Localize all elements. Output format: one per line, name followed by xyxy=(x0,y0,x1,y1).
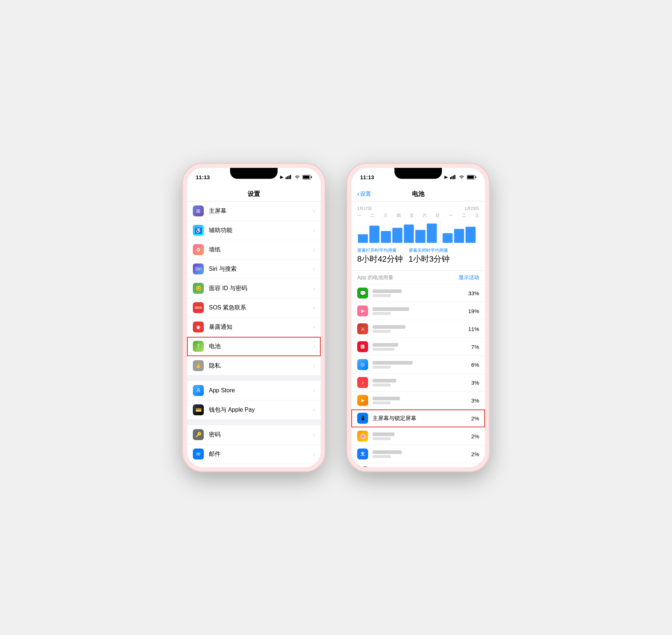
app-row-camera[interactable]: 📷 2% xyxy=(351,463,485,467)
settings-row-siri[interactable]: Siri Siri 与搜索 › xyxy=(187,259,321,279)
chevron-appstore: › xyxy=(313,388,315,393)
settings-row-battery[interactable]: 🔋 电池 › xyxy=(187,337,321,356)
alipay-sub xyxy=(373,455,391,458)
app-battery-section: App 的电池用量 显示活动 💬 33% ▶ xyxy=(351,271,485,467)
row-label-battery: 电池 xyxy=(209,343,313,350)
right-signal-icon xyxy=(450,175,457,179)
settings-row-privacy[interactable]: ✋ 隐私 › xyxy=(187,356,321,375)
svg-rect-22 xyxy=(443,233,453,243)
left-screen: 11:13 ▶ xyxy=(187,168,321,467)
wechat-sub xyxy=(373,294,391,297)
app-row-bilibili[interactable]: ▶ 19% xyxy=(351,302,485,320)
svg-rect-6 xyxy=(303,176,310,178)
settings-row-wallet[interactable]: 💳 钱包与 Apple Pay › xyxy=(187,400,321,419)
app-row-photos[interactable]: 🌸 2% xyxy=(351,427,485,445)
bilibili-icon: ▶ xyxy=(357,305,368,316)
row-label-password: 密码 xyxy=(209,431,313,439)
app-row-alipay[interactable]: 支 2% xyxy=(351,445,485,463)
row-label-home: 主屏幕 xyxy=(209,207,313,215)
chevron-wallet: › xyxy=(313,407,315,413)
svg-rect-1 xyxy=(287,176,288,179)
alipay-percent: 2% xyxy=(471,451,479,457)
svg-rect-8 xyxy=(451,176,453,179)
app-row-weibo[interactable]: 微 7% xyxy=(351,338,485,356)
music-name xyxy=(373,379,396,382)
alipay-info xyxy=(373,450,471,458)
app-battery-title: App 的电池用量 xyxy=(357,274,393,281)
back-chevron: ‹ xyxy=(357,190,359,197)
app-row-game[interactable]: ⚔ 11% xyxy=(351,320,485,338)
battery-nav-title: 电池 xyxy=(412,190,424,197)
svg-rect-10 xyxy=(454,175,455,179)
show-activity-button[interactable]: 显示活动 xyxy=(459,274,479,281)
back-label: 设置 xyxy=(360,190,371,197)
photos-sub xyxy=(373,437,391,440)
row-label-privacy: 隐私 xyxy=(209,362,313,370)
row-label-faceid: 面容 ID 与密码 xyxy=(209,285,313,292)
chevron-battery: › xyxy=(313,343,315,349)
app-row-wechat[interactable]: 💬 33% xyxy=(351,284,485,302)
day-1: 一 xyxy=(357,213,361,218)
settings-nav-title: 设置 xyxy=(248,190,260,197)
accessibility-icon: ♿ xyxy=(193,225,204,236)
game-icon: ⚔ xyxy=(357,323,368,334)
photos-icon: 🌸 xyxy=(357,431,368,442)
svg-rect-3 xyxy=(290,175,291,179)
chevron-accessibility: › xyxy=(313,227,315,233)
wallpaper-icon: ✿ xyxy=(193,244,204,255)
notch xyxy=(230,168,278,179)
day-7: 日 xyxy=(436,213,440,218)
appstore-icon: A xyxy=(193,385,204,396)
music-info xyxy=(373,379,471,386)
settings-row-exposure[interactable]: ◉ 暴露通知 › xyxy=(187,318,321,337)
alipay-name xyxy=(373,450,402,454)
app-row-safari[interactable]: ⊙ 6% xyxy=(351,356,485,374)
right-status-time: 11:13 xyxy=(360,174,374,180)
weibo-percent: 7% xyxy=(471,344,479,350)
settings-row-wallpaper[interactable]: ✿ 墙纸 › xyxy=(187,240,321,259)
settings-row-home[interactable]: ⊞ 主屏幕 › xyxy=(187,201,321,221)
app-row-music[interactable]: ♪ 3% xyxy=(351,374,485,392)
app-row-homescreen[interactable]: 📱 主屏幕与锁定屏幕 2% xyxy=(351,409,485,427)
wechat-name xyxy=(373,289,402,293)
row-label-wallet: 钱包与 Apple Pay xyxy=(209,406,313,414)
mail-icon: ✉ xyxy=(193,449,204,459)
right-phone: 11:13 ▶ xyxy=(347,163,489,472)
app-row-video[interactable]: ▶ 3% xyxy=(351,392,485,409)
svg-rect-16 xyxy=(381,231,391,243)
settings-group-2: A App Store › 💳 钱包与 Apple Pay › xyxy=(187,381,321,419)
video-name xyxy=(373,397,400,400)
safari-name xyxy=(373,361,413,365)
row-label-mail: 邮件 xyxy=(209,450,313,458)
day-4: 四 xyxy=(397,213,401,218)
day-2: 二 xyxy=(370,213,374,218)
status-time: 11:13 xyxy=(196,174,210,180)
right-battery-icon xyxy=(467,175,476,180)
settings-row-accessibility[interactable]: ♿ 辅助功能 › xyxy=(187,221,321,240)
right-status-icons: ▶ xyxy=(444,174,476,180)
settings-row-password[interactable]: 🔑 密码 › xyxy=(187,425,321,445)
right-location-icon: ▶ xyxy=(444,174,448,180)
battery-nav-bar: ‹ 设置 电池 xyxy=(351,186,485,201)
bilibili-name xyxy=(373,307,409,311)
svg-rect-19 xyxy=(415,230,425,243)
settings-row-appstore[interactable]: A App Store › xyxy=(187,381,321,400)
video-percent: 3% xyxy=(471,397,479,404)
date-start: 1月17日 xyxy=(357,206,372,211)
game-percent: 11% xyxy=(468,326,479,332)
settings-row-contacts[interactable]: 👤 通讯录 › xyxy=(187,464,321,467)
left-phone: 11:13 ▶ xyxy=(183,163,325,472)
svg-rect-15 xyxy=(369,226,379,243)
back-button[interactable]: ‹ 设置 xyxy=(357,190,371,197)
settings-nav-bar: 设置 xyxy=(187,186,321,201)
settings-row-sos[interactable]: SOS SOS 紧急联系 › xyxy=(187,298,321,318)
settings-row-faceid[interactable]: 😊 面容 ID 与密码 › xyxy=(187,279,321,298)
avg-off-label: 屏幕关闭时平均用量 xyxy=(409,247,450,254)
wechat-info xyxy=(373,289,468,297)
music-sub xyxy=(373,384,391,386)
settings-row-mail[interactable]: ✉ 邮件 › xyxy=(187,445,321,464)
svg-rect-0 xyxy=(286,177,287,179)
settings-group-3: 🔑 密码 › ✉ 邮件 › 👤 通讯录 › xyxy=(187,425,321,467)
bilibili-percent: 19% xyxy=(468,308,479,314)
video-info xyxy=(373,397,471,404)
